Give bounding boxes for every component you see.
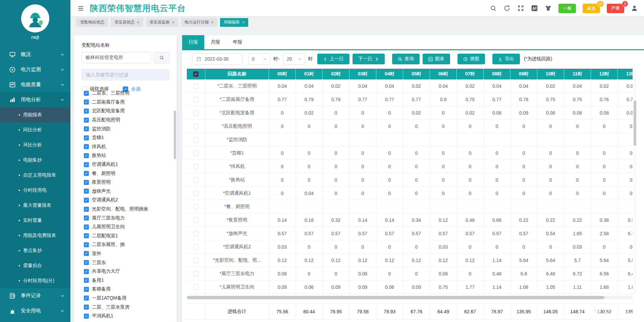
circuit-item[interactable]: ✓换热站 [84, 151, 172, 160]
row-checkbox[interactable] [193, 284, 199, 290]
circuit-checkbox[interactable]: ✓ [84, 198, 89, 203]
circuit-item[interactable]: ✓高压配电照明 [84, 116, 172, 125]
row-checkbox[interactable] [193, 244, 199, 250]
circuit-checkbox[interactable]: ✓ [84, 118, 89, 123]
station-name-input[interactable] [82, 52, 151, 63]
theme-icon[interactable] [545, 5, 552, 12]
circuit-item[interactable]: ✓儿展照明卫生间 [84, 222, 172, 232]
circuit-checkbox[interactable]: ✓ [84, 207, 89, 212]
sidebar-item-事件记录[interactable]: 事件记录 [0, 288, 70, 303]
workspace-tab[interactable]: 变压器状态× [111, 18, 143, 27]
sidebar-item-电能质量[interactable]: 电能质量 [0, 77, 70, 92]
refresh-icon[interactable] [503, 5, 511, 12]
row-checkbox[interactable] [193, 83, 199, 89]
keyword-filter-input[interactable] [82, 69, 169, 80]
sidebar-item-最大需量报表[interactable]: •最大需量报表 [0, 198, 70, 213]
fullscreen-icon[interactable] [517, 5, 524, 12]
circuit-checkbox[interactable]: ✓ [84, 305, 89, 310]
circuit-checkbox[interactable]: ✓ [84, 269, 89, 274]
row-checkbox[interactable] [193, 177, 199, 183]
close-icon[interactable]: × [137, 20, 140, 25]
sidebar-item-自定义用电报表[interactable]: •自定义用电报表 [0, 168, 70, 183]
circuit-checkbox[interactable]: ✓ [84, 91, 89, 96]
circuit-checkbox[interactable]: ✓ [84, 189, 89, 194]
circuit-checkbox[interactable]: ✓ [84, 242, 89, 247]
circuit-checkbox[interactable]: ✓ [84, 278, 89, 283]
row-checkbox[interactable] [193, 164, 199, 169]
row-checkbox[interactable] [193, 110, 199, 116]
circuit-checkbox[interactable]: ✓ [84, 109, 89, 114]
circuit-item[interactable]: ✓二层、三层水泵房 [84, 303, 172, 312]
workspace-tab[interactable]: 用能报表× [220, 18, 249, 27]
circuit-checkbox[interactable]: ✓ [84, 296, 89, 301]
sidebar-item-电力监测[interactable]: 电力监测 [0, 62, 70, 77]
report-tab-年报[interactable]: 年报 [226, 35, 249, 49]
circuit-checkbox[interactable]: ✓ [84, 144, 89, 149]
next-day-button[interactable]: 下一日 [353, 54, 385, 64]
chart-button[interactable]: 图表 [423, 54, 450, 64]
vertical-scrollbar-thumb[interactable] [634, 101, 636, 146]
filter-scrollbar[interactable] [174, 111, 176, 159]
circuit-item[interactable]: ✓二层南展厅备用 [84, 98, 172, 107]
sidebar-item-分时段用电[interactable]: •分时段用电 [0, 183, 70, 198]
circuit-item[interactable]: ✓平消风机1 [84, 312, 172, 321]
circuit-item[interactable]: ✓备用1 [84, 276, 172, 285]
circuit-checkbox[interactable]: ✓ [84, 171, 89, 176]
circuit-checkbox[interactable]: ✓ [84, 314, 89, 319]
row-checkbox[interactable] [193, 271, 199, 276]
circuit-item[interactable]: ✓监控消防 [84, 124, 172, 133]
circuit-item[interactable]: ✓室外 [84, 249, 172, 258]
circuit-item[interactable]: ✓空调通风机2 [84, 196, 172, 205]
close-icon[interactable]: × [242, 20, 245, 25]
sidebar-item-电能集抄[interactable]: •电能集抄 [0, 152, 70, 168]
hour-end-select[interactable]: 20 [283, 53, 305, 65]
circuit-item[interactable]: ✓放映声光 [84, 187, 172, 196]
row-checkbox[interactable] [193, 124, 199, 129]
circuit-item[interactable]: ✓客梯备用 [84, 285, 172, 294]
circuit-item[interactable]: ✓共享电力大厅 [84, 267, 172, 276]
row-checkbox[interactable] [193, 258, 199, 263]
row-checkbox[interactable] [193, 150, 199, 156]
user-icon[interactable] [631, 5, 638, 12]
query-button[interactable]: 查询 [392, 54, 420, 64]
workspace-tab[interactable]: 变配电站状态 [76, 18, 108, 27]
alert-button[interactable]: 一般 [558, 4, 576, 13]
circuit-checkbox[interactable]: ✓ [84, 215, 89, 220]
station-search-button[interactable] [154, 52, 169, 63]
row-checkbox[interactable] [193, 137, 199, 142]
circuit-checkbox[interactable]: ✓ [84, 126, 89, 131]
row-checkbox[interactable] [193, 97, 199, 102]
circuit-item[interactable]: ✓二层配电室1 [84, 232, 172, 241]
row-checkbox[interactable] [193, 231, 199, 236]
circuit-item[interactable]: ✓二层东、三层照明 [84, 89, 172, 98]
sidebar-item-分时段用电(分)[interactable]: •分时段用电(分) [0, 273, 70, 288]
circuit-item[interactable]: ✓货梯1 [84, 133, 172, 142]
circuit-checkbox[interactable]: ✓ [84, 260, 89, 265]
alert-紧急[interactable]: 紧急18 [583, 4, 600, 13]
sidebar-item-用能及电费报表[interactable]: •用能及电费报表 [0, 228, 70, 243]
alert-严重[interactable]: 严重2 [607, 4, 624, 13]
circuit-checkbox[interactable]: ✓ [84, 153, 89, 158]
close-icon[interactable]: × [172, 20, 175, 25]
circuit-item[interactable]: ✓二层东展照、插 [84, 240, 172, 249]
table-horizontal-scrollbar[interactable] [187, 296, 633, 299]
circuit-item[interactable]: ✓展厅三层东电力 [84, 213, 172, 222]
row-checkbox[interactable] [193, 191, 199, 196]
circuit-checkbox[interactable]: ✓ [84, 233, 89, 238]
pie-button[interactable]: 饼图 [458, 54, 485, 64]
circuit-checkbox[interactable]: ✓ [84, 100, 89, 105]
circuit-item[interactable]: ✓光影空间、配电、照明插座 [84, 205, 172, 214]
circuit-checkbox[interactable]: ✓ [84, 251, 89, 256]
report-tab-月报[interactable]: 月报 [204, 35, 226, 49]
select-all-rows-checkbox[interactable]: ✓ [193, 71, 199, 77]
hour-start-select[interactable]: 0 [248, 53, 270, 65]
circuit-checkbox[interactable]: ✓ [84, 287, 89, 292]
sidebar-item-整点集抄[interactable]: •整点集抄 [0, 243, 70, 258]
circuit-item[interactable]: ✓夜景照明 [84, 178, 172, 187]
table-vertical-scrollbar[interactable] [634, 69, 636, 294]
sidebar-item-实时需量[interactable]: •实时需量 [0, 213, 70, 228]
date-picker[interactable]: 2022-03-30 [192, 53, 243, 65]
export-button[interactable]: 导出 [492, 54, 520, 64]
report-tab-日报[interactable]: 日报 [182, 35, 204, 49]
row-checkbox[interactable] [193, 217, 199, 223]
